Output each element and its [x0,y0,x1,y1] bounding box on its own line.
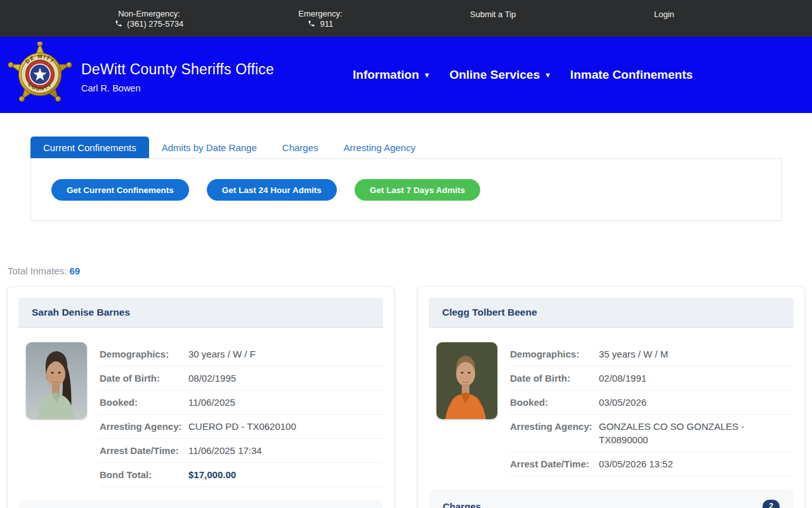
inmate-name: Clegg Tolbert Beene [429,298,794,328]
site-header: DE WITT COUNTY DeWitt County Sheriffs Of… [0,37,812,113]
emergency-phone: 911 [320,19,333,29]
inmate-card: Sarah Denise Barnes [8,287,394,508]
charges-count-badge: 2 [763,500,780,508]
non-emergency-phone: (361) 275-5734 [127,19,183,29]
phone-icon [115,20,122,27]
top-utility-bar: Non-Emergency: (361) 275-5734 Emergency:… [0,0,812,37]
charges-label: Charges [443,501,481,508]
mugshot-photo [26,342,87,419]
get-last-24-hour-admits-button[interactable]: Get Last 24 Hour Admits [207,179,337,201]
detail-row: Booked:03/05/2026 [510,391,794,415]
submit-a-tip-link[interactable]: Submit a Tip [470,10,516,20]
tab-admits-by-date-range[interactable]: Admits by Date Range [149,137,270,158]
get-last-7-days-admits-button[interactable]: Get Last 7 Days Admits [355,179,480,201]
mugshot-photo [436,342,497,419]
non-emergency-contact[interactable]: Non-Emergency: (361) 275-5734 [98,9,200,29]
sheriff-star-logo: DE WITT COUNTY [8,42,72,108]
get-current-confinements-button[interactable]: Get Current Confinements [51,179,189,201]
login-link[interactable]: Login [654,10,674,20]
detail-row: Demographics:35 years / W / M [510,342,794,366]
inmate-cards-row: Sarah Denise Barnes [8,287,804,508]
non-emergency-label: Non-Emergency: [98,9,200,19]
total-inmates-summary: Total Inmates:69 [8,265,812,276]
detail-row: Booked:11/06/2025 [100,391,383,415]
total-inmates-count: 69 [69,265,80,276]
phone-icon [308,20,315,27]
main-nav: Information▼ Online Services▼ Inmate Con… [353,37,693,113]
emergency-contact[interactable]: Emergency: 911 [282,9,358,29]
detail-row: Arrest Date/Time:03/05/2026 13:52 [510,452,794,476]
tab-arresting-agency[interactable]: Arresting Agency [331,137,428,158]
emergency-label: Emergency: [282,9,358,19]
detail-row: Arresting Agency:GONZALES CO SO GONZALES… [510,415,794,452]
total-inmates-label: Total Inmates: [8,265,67,276]
inmate-name: Sarah Denise Barnes [18,298,383,328]
confinements-tab-section: Current Confinements Admits by Date Rang… [30,137,782,221]
detail-row: Date of Birth:02/08/1991 [510,366,794,391]
nav-online-services[interactable]: Online Services▼ [449,68,551,82]
tab-bar: Current Confinements Admits by Date Rang… [30,137,782,159]
detail-row: Demographics:30 years / W / F [100,342,383,366]
detail-row: Date of Birth:08/02/1995 [100,366,383,391]
detail-row: Arrest Date/Time:11/06/2025 17:34 [100,439,383,463]
nav-inmate-confinements[interactable]: Inmate Confinements [570,68,693,82]
sheriff-name: Carl R. Bowen [81,83,274,93]
tab-panel: Get Current Confinements Get Last 24 Hou… [30,159,782,221]
tab-current-confinements[interactable]: Current Confinements [30,137,149,158]
site-title: DeWitt County Sheriffs Office [81,61,274,78]
nav-information[interactable]: Information▼ [353,68,430,82]
charges-section-header[interactable]: Charges 2 [429,489,794,508]
inmate-details: Demographics:30 years / W / F Date of Bi… [100,342,383,487]
tab-charges[interactable]: Charges [270,137,331,158]
inmate-card: Clegg Tolbert Beene Demographics:35 ye [418,287,804,508]
caret-down-icon: ▼ [544,71,551,79]
detail-row: Arresting Agency:CUERO PD - TX0620100 [100,415,383,439]
charges-section-header[interactable]: Charges 1 [18,500,383,508]
bond-total-row: Bond Total:$17,000.00 [100,463,383,487]
caret-down-icon: ▼ [424,71,431,79]
inmate-details: Demographics:35 years / W / M Date of Bi… [510,342,794,476]
